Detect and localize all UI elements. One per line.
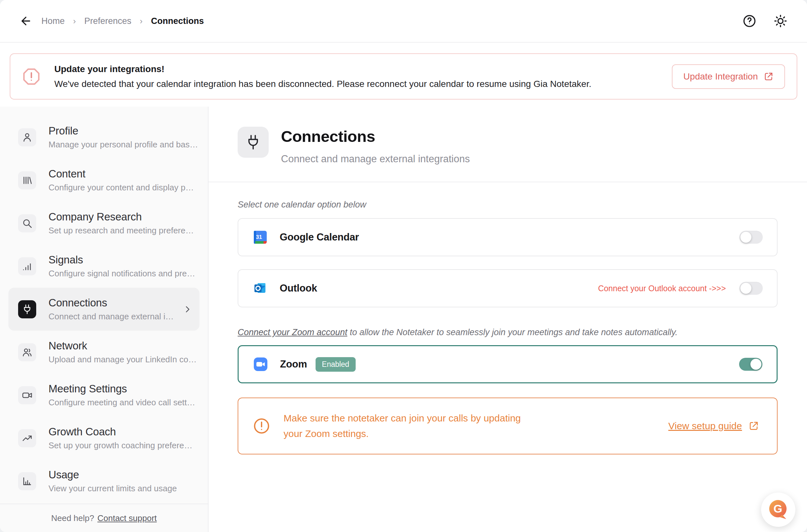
gia-logo-icon: G	[768, 499, 789, 520]
sidebar-item-description: Configure signal notifications and pre…	[49, 269, 195, 279]
sidebar-item-description: Connect and manage external i…	[49, 311, 174, 322]
sidebar-item-label: Meeting Settings	[49, 383, 195, 395]
calendar-section-note: Select one calendar option below	[238, 200, 777, 210]
connect-zoom-account-link[interactable]: Connect your Zoom account	[238, 327, 347, 337]
chat-widget-button[interactable]: G	[761, 493, 795, 527]
zoom-icon	[253, 357, 268, 372]
integration-name: Outlook	[280, 283, 317, 294]
warning-text: Make sure the notetaker can join your ca…	[284, 411, 521, 441]
help-icon	[742, 14, 756, 28]
back-button[interactable]	[18, 13, 34, 29]
page-subtitle: Connect and manage external integrations	[281, 153, 470, 165]
back-arrow-icon	[19, 15, 32, 27]
google-calendar-icon: 31	[252, 229, 268, 245]
integration-name: Zoom	[280, 358, 307, 370]
contact-support-link[interactable]: Contact support	[97, 513, 157, 523]
content-row: Profile Manage your personal profile and…	[0, 107, 807, 532]
chevron-right-icon: ›	[140, 16, 143, 26]
sidebar-item-content[interactable]: Content Configure your content and displ…	[0, 159, 208, 202]
integration-alert-banner: Update your integrations! We've detected…	[10, 53, 797, 99]
alert-text: Update your integrations! We've detected…	[54, 62, 592, 91]
breadcrumb: Home › Preferences › Connections	[41, 16, 204, 26]
sidebar-item-description: Upload and manage your LinkedIn co…	[49, 355, 196, 365]
warning-line-2: your Zoom settings.	[284, 426, 521, 441]
zoom-card: Zoom Enabled	[238, 345, 777, 383]
sidebar: Profile Manage your personal profile and…	[0, 107, 209, 532]
help-button[interactable]	[741, 13, 758, 30]
sidebar-item-label: Company Research	[49, 211, 194, 223]
alert-title: Update your integrations!	[54, 62, 592, 76]
external-link-icon	[764, 72, 773, 81]
outlook-toggle[interactable]	[739, 282, 763, 295]
connect-outlook-link[interactable]: Connect your Outlook account ->>>	[598, 284, 726, 293]
update-integration-label: Update Integration	[683, 72, 758, 82]
library-icon	[18, 171, 36, 189]
sidebar-item-label: Signals	[49, 254, 195, 266]
sidebar-item-description: Manage your personal profile and bas…	[49, 140, 198, 150]
sidebar-item-label: Connections	[49, 297, 174, 309]
alert-circle-icon	[252, 417, 270, 435]
sidebar-item-description: Configure meeting and video call sett…	[49, 398, 195, 407]
chevron-right-icon: ›	[73, 16, 76, 26]
breadcrumb-home[interactable]: Home	[41, 16, 65, 26]
external-link-icon	[749, 421, 759, 431]
update-integration-button[interactable]: Update Integration	[672, 64, 785, 89]
google-calendar-day: 31	[256, 234, 262, 240]
sidebar-item-company-research[interactable]: Company Research Set up research and mee…	[0, 202, 208, 245]
user-icon	[18, 128, 36, 147]
sidebar-item-label: Usage	[49, 469, 177, 481]
signal-bars-icon	[18, 257, 36, 276]
app-window: Home › Preferences › Connections Upda	[0, 0, 807, 532]
view-setup-guide-link[interactable]: View setup guide	[668, 420, 759, 432]
people-icon	[18, 343, 36, 361]
trend-up-icon	[18, 429, 36, 447]
sidebar-footer: Need help? Contact support	[0, 504, 208, 532]
outlook-card: Outlook Connect your Outlook account ->>…	[238, 269, 777, 307]
alert-octagon-icon	[22, 67, 41, 86]
integration-name: Google Calendar	[280, 231, 359, 243]
sidebar-item-meeting-settings[interactable]: Meeting Settings Configure meeting and v…	[0, 374, 208, 417]
sidebar-item-connections[interactable]: Connections Connect and manage external …	[8, 288, 200, 331]
sidebar-item-label: Content	[49, 168, 194, 180]
search-icon	[18, 214, 36, 232]
plug-icon	[238, 127, 269, 158]
bar-chart-icon	[18, 472, 36, 490]
google-calendar-card: 31 Google Calendar	[238, 218, 777, 256]
sidebar-item-network[interactable]: Network Upload and manage your LinkedIn …	[0, 331, 208, 374]
chevron-right-icon	[183, 304, 192, 314]
page-header: Connections Connect and manage external …	[209, 107, 807, 165]
enabled-badge: Enabled	[316, 357, 356, 372]
plug-icon	[18, 300, 36, 318]
sidebar-item-signals[interactable]: Signals Configure signal notifications a…	[0, 245, 208, 288]
sidebar-item-growth-coach[interactable]: Growth Coach Set up your growth coaching…	[0, 417, 208, 460]
main-panel: Connections Connect and manage external …	[209, 107, 807, 532]
sidebar-item-description: View your current limits and usage	[49, 483, 177, 494]
outlook-icon	[252, 281, 268, 296]
zoom-note-rest: to allow the Notetaker to seamlessly joi…	[347, 327, 678, 337]
svg-text:G: G	[773, 502, 782, 515]
video-camera-icon	[18, 386, 36, 404]
view-setup-guide-label: View setup guide	[668, 420, 742, 432]
sidebar-item-label: Growth Coach	[49, 426, 192, 438]
warning-line-1: Make sure the notetaker can join your ca…	[284, 411, 521, 426]
sidebar-item-description: Configure your content and display p…	[49, 183, 194, 193]
sidebar-item-label: Network	[49, 340, 196, 352]
breadcrumb-current: Connections	[151, 16, 204, 26]
sidebar-item-description: Set up research and meeting prefere…	[49, 226, 194, 235]
sidebar-item-profile[interactable]: Profile Manage your personal profile and…	[0, 116, 208, 159]
page-title: Connections	[281, 127, 470, 146]
zoom-note: Connect your Zoom account to allow the N…	[238, 327, 777, 338]
breadcrumb-preferences[interactable]: Preferences	[85, 16, 132, 26]
topbar: Home › Preferences › Connections	[0, 0, 807, 43]
sidebar-item-label: Profile	[49, 125, 198, 137]
theme-toggle-button[interactable]	[772, 13, 789, 30]
sidebar-item-description: Set up your growth coaching prefere…	[49, 440, 192, 451]
zoom-toggle[interactable]	[739, 358, 763, 371]
sun-icon	[773, 14, 788, 28]
need-help-text: Need help?	[51, 513, 94, 523]
sidebar-list: Profile Manage your personal profile and…	[0, 107, 208, 504]
google-calendar-toggle[interactable]	[739, 231, 763, 244]
sidebar-item-usage[interactable]: Usage View your current limits and usage	[0, 460, 208, 502]
main-body: Select one calendar option below 31	[209, 182, 807, 454]
topbar-actions	[741, 13, 789, 30]
